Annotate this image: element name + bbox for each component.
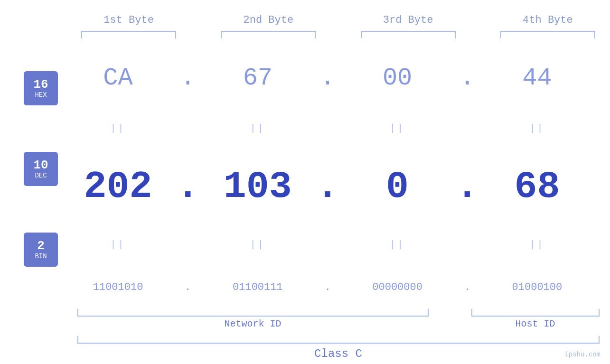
hex-byte2: 67 bbox=[243, 64, 272, 92]
dec-badge: 10 DEC bbox=[24, 152, 58, 186]
bottom-section: Network ID Host ID Class C bbox=[77, 309, 600, 364]
bracket-top-2 bbox=[221, 31, 316, 38]
class-label: Class C bbox=[77, 347, 600, 360]
eq-row-2: || || || || bbox=[66, 240, 589, 250]
eq3: || bbox=[350, 123, 445, 134]
dec-dot1: . bbox=[177, 165, 199, 208]
eq2: || bbox=[210, 123, 305, 134]
byte2-header: 2nd Byte bbox=[221, 14, 316, 26]
network-id-label: Network ID bbox=[77, 318, 429, 329]
hex-badge-label: HEX bbox=[35, 91, 47, 99]
byte3-header: 3rd Byte bbox=[361, 14, 456, 26]
bin-dot2: . bbox=[324, 281, 330, 293]
bin-row: 11001010 . 01100111 . 00000000 . 0100010… bbox=[66, 281, 589, 293]
byte-headers: 1st Byte 2nd Byte 3rd Byte 4th Byte bbox=[77, 0, 600, 31]
bracket-network bbox=[77, 309, 429, 317]
dec-badge-label: DEC bbox=[35, 172, 47, 179]
dec-byte1: 202 bbox=[84, 165, 152, 208]
dec-dot2: . bbox=[316, 165, 339, 208]
watermark: ipshu.com bbox=[564, 351, 601, 358]
badges-column: 16 HEX 10 DEC 2 BIN bbox=[0, 43, 66, 309]
bin-byte4: 01000100 bbox=[512, 281, 563, 293]
hex-row: CA . 67 . 00 . 44 bbox=[66, 64, 589, 92]
host-id-label: Host ID bbox=[471, 318, 600, 329]
eq6: || bbox=[210, 239, 305, 250]
top-brackets bbox=[77, 31, 600, 38]
bracket-top-1 bbox=[81, 31, 176, 38]
bin-byte3: 00000000 bbox=[372, 281, 422, 293]
dec-byte3: 0 bbox=[386, 165, 409, 208]
hex-byte3: 00 bbox=[383, 64, 412, 92]
hex-dot3: . bbox=[460, 64, 475, 92]
dec-badge-num: 10 bbox=[33, 159, 48, 172]
eq5: || bbox=[71, 239, 166, 250]
rows-area: 16 HEX 10 DEC 2 BIN CA . 67 . 00 . 44 bbox=[0, 43, 610, 309]
network-host-labels: Network ID Host ID bbox=[77, 318, 600, 329]
bin-badge-label: BIN bbox=[35, 252, 47, 260]
bin-dot3: . bbox=[464, 281, 470, 293]
hex-badge: 16 HEX bbox=[24, 71, 58, 105]
dec-byte2: 103 bbox=[224, 165, 292, 208]
bracket-top-3 bbox=[361, 31, 456, 38]
hex-byte4: 44 bbox=[522, 64, 552, 92]
eq-row-1: || || || || bbox=[66, 124, 589, 133]
hex-byte1: CA bbox=[103, 64, 132, 92]
bin-badge: 2 BIN bbox=[24, 233, 58, 267]
hex-dot1: . bbox=[180, 64, 195, 92]
bottom-brackets-row bbox=[77, 309, 600, 317]
main-container: 1st Byte 2nd Byte 3rd Byte 4th Byte 16 H… bbox=[0, 0, 610, 364]
bin-byte1: 11001010 bbox=[93, 281, 143, 293]
byte4-header: 4th Byte bbox=[500, 14, 595, 26]
eq8: || bbox=[489, 239, 584, 250]
values-area: CA . 67 . 00 . 44 || || || || 202 bbox=[66, 43, 610, 309]
eq4: || bbox=[489, 123, 584, 134]
bracket-host bbox=[471, 309, 600, 317]
bracket-top-4 bbox=[500, 31, 595, 38]
eq7: || bbox=[350, 239, 445, 250]
dec-dot3: . bbox=[456, 165, 479, 208]
hex-badge-num: 16 bbox=[33, 78, 48, 92]
bin-dot1: . bbox=[185, 281, 191, 293]
full-bracket bbox=[77, 336, 600, 344]
dec-byte4: 68 bbox=[514, 165, 560, 208]
byte1-header: 1st Byte bbox=[81, 14, 176, 26]
eq1: || bbox=[71, 123, 166, 134]
bin-badge-num: 2 bbox=[37, 239, 45, 253]
dec-row: 202 . 103 . 0 . 68 bbox=[66, 165, 589, 208]
hex-dot2: . bbox=[320, 64, 335, 92]
bin-byte2: 01100111 bbox=[233, 281, 283, 293]
